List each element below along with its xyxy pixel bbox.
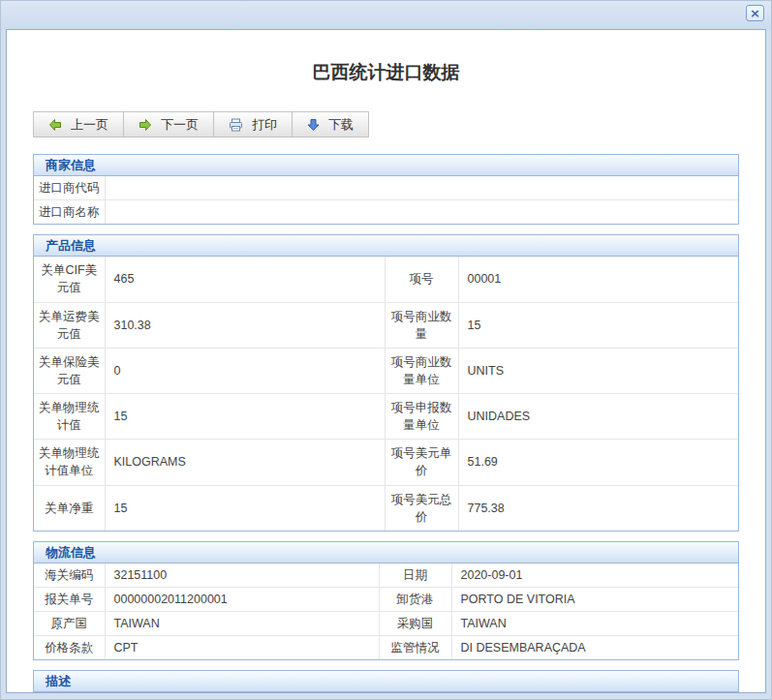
field-label: 卸货港 [379,587,451,611]
field-label: 项号商业数量单位 [385,348,458,393]
field-value: CPT [105,636,379,660]
section-merchant-title: 商家信息 [34,155,738,176]
field-value: DI DESEMBARAÇADA [451,636,738,660]
field-label: 项号商业数量 [385,302,458,348]
table-row: 关单净重 15 项号美元总价 775.38 [34,485,738,531]
field-label: 项号美元单价 [385,440,458,485]
dialog-body: 巴西统计进口数据 上一页 下一页 [6,29,766,693]
field-value: PORTO DE VITORIA [451,587,738,611]
section-description: 描述 编码描述 TINTAS DE IMPRESSÃO PRETAS 产品描述 … [33,670,739,693]
field-value: UNITS [458,348,738,393]
close-button[interactable]: × [746,5,764,21]
field-value: 0 [105,348,385,393]
download-button[interactable]: 下载 [292,111,369,137]
prev-page-button[interactable]: 上一页 [33,111,124,137]
field-value: TAIWAN [105,612,379,636]
section-product-title: 产品信息 [34,235,738,257]
section-description-title: 描述 [34,671,738,692]
field-label: 编码描述 [34,692,105,693]
toolbar: 上一页 下一页 打印 [33,111,765,137]
dialog-titlebar[interactable]: × [1,1,771,29]
field-label: 关单保险美元值 [34,348,105,393]
field-value: 00001 [458,257,738,302]
next-page-button[interactable]: 下一页 [123,111,214,137]
field-label: 关单物理统计值单位 [34,440,105,485]
table-row: 关单CIF美元值 465 项号 00001 [34,257,738,302]
page-title: 巴西统计进口数据 [7,60,765,85]
section-logistics: 物流信息 海关编码 32151100 日期 2020-09-01 报关单号 00… [33,541,739,661]
field-value: 00000002011200001 [105,587,379,611]
field-value: 465 [105,257,385,302]
field-value: KILOGRAMS [105,440,385,485]
field-value: UNIDADES [458,394,738,440]
description-table: 编码描述 TINTAS DE IMPRESSÃO PRETAS 产品描述 TIN… [34,692,738,693]
table-row: 进口商名称 [34,200,738,225]
field-label: 价格条款 [34,636,105,660]
table-row: 关单物理统计值单位 KILOGRAMS 项号美元单价 51.69 [34,440,738,485]
field-label: 进口商代码 [34,176,105,200]
blue-arrow-down-icon [307,118,320,132]
table-row: 进口商代码 [34,176,738,200]
field-value: 51.69 [458,440,738,485]
field-label: 原产国 [34,612,105,636]
table-row: 关单运费美元值 310.38 项号商业数量 15 [34,302,738,348]
field-label: 监管情况 [379,636,451,660]
section-merchant: 商家信息 进口商代码 进口商名称 [33,154,739,225]
product-table: 关单CIF美元值 465 项号 00001 关单运费美元值 310.38 项号商… [34,257,738,531]
table-row: 报关单号 00000002011200001 卸货港 PORTO DE VITO… [34,587,738,611]
field-value: 32151100 [105,563,379,588]
logistics-table: 海关编码 32151100 日期 2020-09-01 报关单号 0000000… [34,563,738,660]
section-product: 产品信息 关单CIF美元值 465 项号 00001 关单运费美元值 310.3… [33,234,739,532]
field-label: 海关编码 [34,563,105,588]
download-label: 下载 [328,116,354,134]
field-value: 15 [105,485,385,531]
field-value: TINTAS DE IMPRESSÃO PRETAS [105,692,738,693]
table-row: 价格条款 CPT 监管情况 DI DESEMBARAÇADA [34,636,738,660]
field-value: 15 [458,302,738,348]
field-label: 项号 [385,257,458,302]
merchant-table: 进口商代码 进口商名称 [34,176,738,224]
green-arrow-right-icon [139,118,152,132]
field-value: TAIWAN [451,612,738,636]
table-row: 关单物理统计值 15 项号申报数量单位 UNIDADES [34,394,738,440]
field-label: 关单净重 [34,485,105,531]
prev-page-label: 上一页 [71,116,108,134]
section-logistics-title: 物流信息 [34,542,738,563]
field-label: 日期 [379,563,451,588]
field-value [105,200,738,225]
field-label: 报关单号 [34,587,105,611]
field-label: 关单运费美元值 [34,302,105,348]
field-label: 进口商名称 [34,200,105,225]
field-label: 项号申报数量单位 [385,394,458,440]
field-label: 关单CIF美元值 [34,257,105,302]
printer-icon [229,118,243,132]
dialog-window: × 巴西统计进口数据 上一页 下一页 [0,0,772,700]
green-arrow-left-icon [48,118,62,132]
field-value: 2020-09-01 [451,563,738,588]
field-label: 采购国 [379,612,451,636]
print-button[interactable]: 打印 [213,111,293,137]
print-label: 打印 [252,116,277,134]
table-row: 原产国 TAIWAN 采购国 TAIWAN [34,612,738,636]
field-value: 310.38 [105,302,385,348]
table-row: 海关编码 32151100 日期 2020-09-01 [34,563,738,588]
field-value: 775.38 [458,485,738,531]
field-label: 关单物理统计值 [34,394,105,440]
table-row: 关单保险美元值 0 项号商业数量单位 UNITS [34,348,738,393]
next-page-label: 下一页 [161,116,199,134]
table-row: 编码描述 TINTAS DE IMPRESSÃO PRETAS [34,692,738,693]
field-label: 项号美元总价 [385,485,458,531]
field-value [105,176,738,200]
close-icon: × [750,7,760,19]
field-value: 15 [105,394,385,440]
